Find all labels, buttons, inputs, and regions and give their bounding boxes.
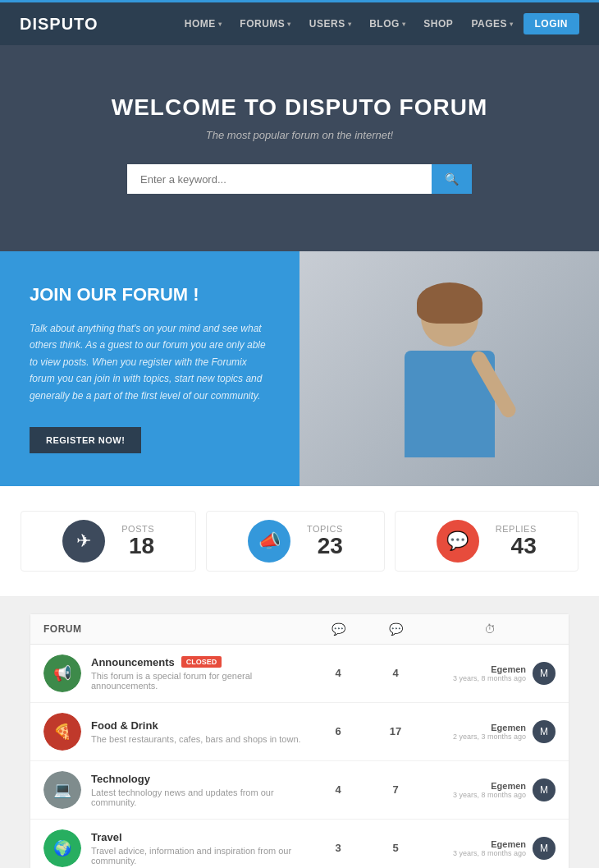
forum-cols: 4 7 Egemen 3 years, 8 months ago M [309,778,556,801]
forum-header: FORUM 💬 💬 ⏱ [30,614,569,645]
forum-name[interactable]: Technology [91,773,150,785]
banner-left: JOIN OUR FORUM ! Talk about anything tha… [0,251,300,486]
forum-desc: Latest technology news and updates from … [91,788,309,807]
forum-row: 📢 Announcements Closed This forum is a s… [30,645,569,703]
stats-section: ✈ POSTS 18 📣 TOPICS 23 💬 REPLIES 43 [0,486,599,597]
forum-posts: 4 [309,783,367,796]
hero-title: WELCOME TO DISPUTO FORUM [33,94,566,121]
col-posts-icon: 💬 [309,622,367,636]
forum-name-row: Travel [91,831,309,843]
stat-posts-label: POSTS [121,524,154,534]
forum-name-row: Announcements Closed [91,656,309,668]
forum-replies: 5 [367,842,424,854]
forum-name[interactable]: Announcements [91,656,175,668]
chevron-down-icon: ▾ [348,21,352,28]
forum-name[interactable]: Travel [91,831,122,843]
search-input[interactable] [127,164,432,194]
forum-desc: This forum is a special forum for genera… [91,671,309,691]
last-user: Egemen 3 years, 8 months ago [453,839,526,857]
banner-person-image [300,251,599,486]
nav-menu: HOME ▾ FORUMS ▾ USERS ▾ BLOG ▾ SHOP PAGE… [176,13,579,34]
forum-last: Egemen 2 years, 3 months ago M [424,720,556,743]
forum-avatar: 📢 [43,654,81,692]
person-body [405,351,495,457]
forum-posts: 3 [309,842,367,854]
stat-topics-text: TOPICS 23 [307,524,343,559]
forum-avatar: 💻 [43,771,81,809]
forum-desc: The best restaurants, cafes, bars and sh… [91,734,309,744]
banner-text: Talk about anything that's on your mind … [30,320,270,404]
forum-cols: 6 17 Egemen 2 years, 3 months ago M [309,720,556,743]
stat-replies-label: REPLIES [496,524,537,534]
person-head [421,289,478,347]
stat-replies: 💬 REPLIES 43 [395,511,578,572]
stat-posts: ✈ POSTS 18 [21,511,196,572]
stat-posts-number: 18 [121,534,154,559]
banner-right [300,251,599,486]
person-hair [417,282,482,324]
last-user: Egemen 3 years, 8 months ago [453,781,526,799]
nav-pages[interactable]: PAGES ▾ [463,13,521,34]
avatar-circle: 💻 [43,771,81,809]
forum-info: Announcements Closed This forum is a spe… [91,656,309,691]
hero-subtitle: The most popular forum on the internet! [33,129,566,141]
stat-topics-label: TOPICS [307,524,343,534]
search-button[interactable]: 🔍 [432,164,472,194]
last-avatar: M [533,837,556,860]
forum-last: Egemen 3 years, 8 months ago M [424,662,556,685]
banner-title: JOIN OUR FORUM ! [30,284,270,305]
last-avatar: M [533,662,556,685]
last-user: Egemen 3 years, 8 months ago [453,664,526,682]
avatar-circle: 🍕 [43,713,81,751]
col-last-icon: ⏱ [424,622,556,636]
navbar: DISPUTO HOME ▾ FORUMS ▾ USERS ▾ BLOG ▾ S… [0,2,599,45]
avatar-circle: 📢 [43,654,81,692]
forum-avatar: 🍕 [43,713,81,751]
stat-replies-number: 43 [496,534,537,559]
login-button[interactable]: LOGIN [524,13,580,34]
forum-replies: 17 [367,725,424,737]
avatar-circle: 🌍 [43,829,81,867]
forum-desc: Travel advice, information and inspirati… [91,846,309,866]
hero-section: WELCOME TO DISPUTO FORUM The most popula… [0,45,599,251]
nav-blog[interactable]: BLOG ▾ [361,13,414,34]
col-replies-icon: 💬 [367,622,424,636]
nav-forums[interactable]: FORUMS ▾ [231,13,300,34]
stat-topics: 📣 TOPICS 23 [206,511,385,572]
forum-info: Food & Drink The best restaurants, cafes… [91,719,309,744]
forum-avatar: 🌍 [43,829,81,867]
forum-info: Travel Travel advice, information and in… [91,831,309,866]
forum-cols: 3 5 Egemen 3 years, 8 months ago M [309,837,556,860]
forum-last: Egemen 3 years, 8 months ago M [424,778,556,801]
search-bar: 🔍 [127,164,472,194]
forum-name-row: Technology [91,773,309,785]
nav-shop[interactable]: SHOP [415,13,461,34]
last-avatar: M [533,720,556,743]
person-figure [368,289,532,486]
nav-home[interactable]: HOME ▾ [176,13,231,34]
forum-posts: 6 [309,725,367,737]
chevron-down-icon: ▾ [402,21,406,28]
stat-topics-number: 23 [307,534,343,559]
last-user: Egemen 2 years, 3 months ago [453,723,526,741]
forum-row: 🌍 Travel Travel advice, information and … [30,820,569,868]
forum-name-row: Food & Drink [91,719,309,732]
person-arm [469,349,519,420]
nav-users[interactable]: USERS ▾ [301,13,359,34]
banner-section: JOIN OUR FORUM ! Talk about anything tha… [0,251,599,486]
forum-replies: 7 [367,783,424,796]
search-icon: 🔍 [445,172,459,186]
forum-header-label: FORUM [43,623,309,635]
forum-header-cols: 💬 💬 ⏱ [309,622,556,636]
closed-badge: Closed [181,656,222,668]
posts-icon: ✈ [62,520,105,563]
brand[interactable]: DISPUTO [20,15,98,34]
forum-name[interactable]: Food & Drink [91,719,158,732]
last-avatar: M [533,778,556,801]
stat-replies-text: REPLIES 43 [496,524,537,559]
chevron-down-icon: ▾ [218,21,222,28]
forum-replies: 4 [367,667,424,679]
forum-row: 🍕 Food & Drink The best restaurants, caf… [30,703,569,761]
register-button[interactable]: REGISTER NOW! [30,427,141,453]
forum-info: Technology Latest technology news and up… [91,773,309,807]
